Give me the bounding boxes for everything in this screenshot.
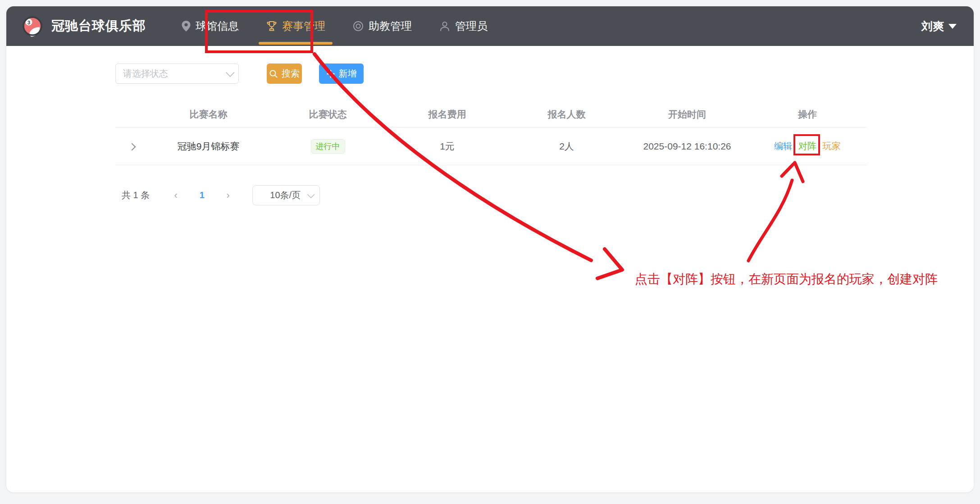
nav-item-administrator[interactable]: 管理员 (425, 6, 501, 46)
nav-item-label: 助教管理 (369, 19, 412, 33)
nav-item-label: 球馆信息 (196, 19, 239, 33)
status-select[interactable]: 请选择状态 (115, 64, 239, 84)
page-number-1[interactable]: 1 (192, 190, 212, 200)
app-title: 冠驰台球俱乐部 (51, 17, 146, 35)
user-name: 刘爽 (921, 19, 944, 34)
table-row: 冠驰9月锦标赛 进行中 1元 2人 2025-09-12 16:10:26 编辑… (115, 127, 867, 165)
page-size-select[interactable]: 10条/页 (252, 185, 320, 205)
add-button-label: 新增 (339, 68, 357, 80)
pagination: 共 1 条 ‹ 1 › 10条/页 (122, 185, 320, 205)
nav-item-event-management[interactable]: 赛事管理 (252, 6, 339, 46)
nav-item-label: 赛事管理 (282, 19, 325, 33)
magnifier-icon (269, 69, 278, 78)
active-tab-underline (259, 42, 333, 45)
nav-item-venue-info[interactable]: 球馆信息 (168, 6, 252, 46)
nav-item-assistant-management[interactable]: 助教管理 (339, 6, 425, 46)
status-select-placeholder: 请选择状态 (123, 68, 226, 80)
events-table: 比赛名称 比赛状态 报名费用 报名人数 开始时间 操作 冠驰9月锦标赛 进行中 … (115, 101, 867, 165)
event-name: 冠驰9月锦标赛 (149, 140, 268, 153)
top-navigation-bar: 3 冠驰台球俱乐部 球馆信息 (6, 6, 974, 46)
app-card: 3 冠驰台球俱乐部 球馆信息 (6, 6, 974, 492)
add-button[interactable]: 新增 (319, 64, 364, 84)
column-header-fee: 报名费用 (387, 108, 507, 121)
search-button-label: 搜索 (282, 68, 300, 80)
plus-icon (326, 69, 335, 78)
user-icon (439, 20, 451, 32)
trophy-icon (266, 20, 278, 32)
column-header-count: 报名人数 (507, 108, 626, 121)
user-menu[interactable]: 刘爽 (921, 19, 957, 34)
row-actions: 编辑 对阵 玩家 (748, 140, 867, 152)
row-expand-icon[interactable] (128, 143, 136, 150)
chevron-left-icon[interactable]: ‹ (167, 190, 185, 201)
column-header-actions: 操作 (748, 108, 867, 121)
search-button[interactable]: 搜索 (267, 64, 302, 84)
location-pin-icon (181, 20, 191, 32)
column-header-status: 比赛状态 (268, 108, 387, 121)
toolbar: 请选择状态 搜索 新增 (115, 64, 364, 84)
table-header-row: 比赛名称 比赛状态 报名费用 报名人数 开始时间 操作 (115, 101, 867, 127)
players-link[interactable]: 玩家 (823, 140, 841, 152)
ball-number: 3 (27, 20, 30, 25)
target-circle-icon (352, 20, 364, 32)
status-badge: 进行中 (311, 139, 345, 154)
event-start-time: 2025-09-12 16:10:26 (626, 141, 748, 152)
page-size-value: 10条/页 (264, 189, 307, 201)
nav-item-label: 管理员 (455, 19, 488, 33)
chevron-right-icon[interactable]: › (219, 190, 237, 201)
caret-down-icon (948, 24, 957, 29)
main-nav: 球馆信息 赛事管理 (168, 6, 501, 46)
edit-link[interactable]: 编辑 (774, 140, 792, 152)
column-header-start-time: 开始时间 (626, 108, 748, 121)
page: 3 冠驰台球俱乐部 球馆信息 (0, 0, 980, 504)
pagination-total: 共 1 条 (122, 189, 150, 201)
billiard-ball-icon: 3 (22, 15, 43, 37)
matchup-link[interactable]: 对阵 (798, 140, 816, 152)
event-fee: 1元 (387, 140, 507, 153)
column-header-name: 比赛名称 (149, 108, 268, 121)
chevron-down-icon (226, 68, 235, 77)
chevron-down-icon (307, 191, 315, 198)
event-count: 2人 (507, 140, 626, 153)
